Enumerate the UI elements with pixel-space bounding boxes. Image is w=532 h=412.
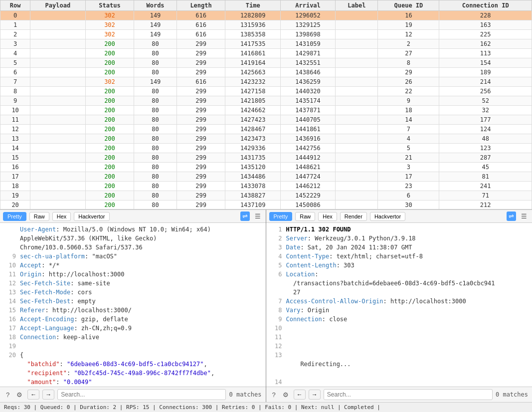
table-row[interactable]: 13021496161315936132912519163 [0,20,532,30]
table-cell [336,11,378,20]
table-row[interactable]: 320080299141753514310592162 [0,39,532,49]
code-line: 13 </span> [270,351,529,360]
line-number: 17 [4,324,16,333]
table-row[interactable]: 03021496161282809129605216228 [0,11,532,20]
left-wrap-btn[interactable]: ⇌ [240,211,250,221]
table-header-queue-id[interactable]: Queue ID [378,0,439,11]
line-content: "amount": "0.0049" [20,378,262,387]
table-cell [30,49,85,58]
left-prev-btn[interactable]: ← [27,390,39,400]
table-row[interactable]: 1720080299143448614477241781 [0,172,532,182]
table-cell: 1434486 [225,172,280,182]
right-help-btn[interactable]: ? [270,390,278,400]
table-row[interactable]: 23021496161385358139869812225 [0,30,532,39]
right-settings-btn[interactable]: ⚙ [281,390,291,400]
code-line: 18Connection: keep-alive [4,333,262,342]
right-menu-btn[interactable]: ☰ [519,211,529,221]
table-cell: 1428467 [225,125,280,134]
table-header-row[interactable]: Row [0,0,30,11]
table-row[interactable]: 8200802991427158144032022256 [0,87,532,96]
table-cell: 1441861 [280,125,335,134]
table-row[interactable]: 18200802991433078144621223241 [0,182,532,191]
table-cell: 1296052 [280,11,335,20]
table-header-length[interactable]: Length [177,0,225,11]
table-header-payload[interactable]: Payload [30,0,85,11]
table-cell: 19 [378,20,439,30]
table-cell: 1423232 [225,77,280,87]
line-number: 9 [270,315,282,324]
table-cell: 9 [378,96,439,106]
table-cell: 7 [0,77,30,87]
table-row[interactable]: 1220080299142846714418617124 [0,125,532,134]
left-search-input[interactable] [57,389,226,400]
table-header-time[interactable]: Time [225,0,280,11]
table-cell [336,144,378,153]
table-cell: 200 [85,96,134,106]
code-line: 9sec-ch-ua-platform: "macOS" [4,252,262,261]
table-cell: 2 [0,30,30,39]
table-header-words[interactable]: Words [134,0,177,11]
table-header-label[interactable]: Label [336,0,378,11]
table-row[interactable]: 1020080299142466214378711832 [0,106,532,115]
table-cell: 14 [0,144,30,153]
left-menu-btn[interactable]: ☰ [253,211,263,221]
table-row[interactable]: 15200802991431735144491221287 [0,153,532,163]
table-cell: 1436259 [280,77,335,87]
right-tab-pretty[interactable]: Pretty [269,212,293,221]
results-table: RowPayloadStatusWordsLengthTimeArrivalLa… [0,0,532,209]
table-cell: 149 [134,77,177,87]
table-row[interactable]: 4200802991416861142987127113 [0,49,532,58]
left-settings-btn[interactable]: ⚙ [14,390,24,400]
table-row[interactable]: 92008029914218051435174952 [0,96,532,106]
right-wrap-btn[interactable]: ⇌ [507,211,516,221]
line-content: 27 [286,288,529,297]
right-tab-raw[interactable]: Raw [295,212,315,221]
table-header-connection-id[interactable]: Connection ID [439,0,532,11]
line-number: 5 [270,261,282,270]
table-cell: 200 [85,58,134,68]
table-cell: 200 [85,144,134,153]
table-cell [336,125,378,134]
table-row[interactable]: 132008029914234731436916448 [0,134,532,144]
table-cell: 80 [134,96,177,106]
line-content: sec-ch-ua-platform: "macOS" [20,252,262,261]
line-content: AppleWebKit/537.36 (KHTML, like Gecko) [20,234,262,243]
code-line: 19 [4,342,262,351]
right-tab-render[interactable]: Render [340,212,367,221]
code-line: 3Date: Sat, 20 Jan 2024 11:38:07 GMT [270,243,529,252]
left-tab-raw[interactable]: Raw [29,212,49,221]
table-row[interactable]: 162008029914351201448621345 [0,163,532,172]
code-line: 8Vary: Origin [270,306,529,315]
table-row[interactable]: 1420080299142933614427565123 [0,144,532,153]
left-next-btn[interactable]: → [42,390,54,400]
right-pane-content: 1HTTP/1.1 302 FOUND2Server: Werkzeug/3.0… [266,223,532,387]
table-row[interactable]: 73021496161423232143625926214 [0,77,532,87]
table-cell: 81 [439,172,532,182]
table-row[interactable]: 6200802991425663143864629189 [0,68,532,77]
table-row[interactable]: 520080299141916414325518154 [0,58,532,68]
table-header-status[interactable]: Status [85,0,134,11]
table-row[interactable]: 192008029914388271452229671 [0,191,532,201]
right-tab-hackvertor[interactable]: Hackvertor [370,212,405,221]
table-cell: 616 [177,30,225,39]
right-tab-hex[interactable]: Hex [318,212,337,221]
table-row[interactable]: 20200802991437109145008630212 [0,201,532,210]
table-cell [336,20,378,30]
left-tab-hackvertor[interactable]: Hackvertor [74,212,109,221]
right-search-input[interactable] [324,389,493,400]
line-number: 19 [4,342,16,351]
right-next-btn[interactable]: → [309,390,321,400]
table-header-arrival[interactable]: Arrival [280,0,335,11]
table-cell: 200 [85,163,134,172]
table-cell: 287 [439,153,532,163]
right-prev-btn[interactable]: ← [294,390,306,400]
table-row[interactable]: 11200802991427423144070514177 [0,115,532,125]
table-cell: 616 [177,11,225,20]
left-help-btn[interactable]: ? [4,390,11,400]
table-cell [336,182,378,191]
table-cell: 1448621 [280,163,335,172]
left-tab-pretty[interactable]: Pretty [3,212,26,221]
left-tab-hex[interactable]: Hex [52,212,71,221]
line-number: 12 [270,342,282,351]
results-table-container: RowPayloadStatusWordsLengthTimeArrivalLa… [0,0,532,209]
